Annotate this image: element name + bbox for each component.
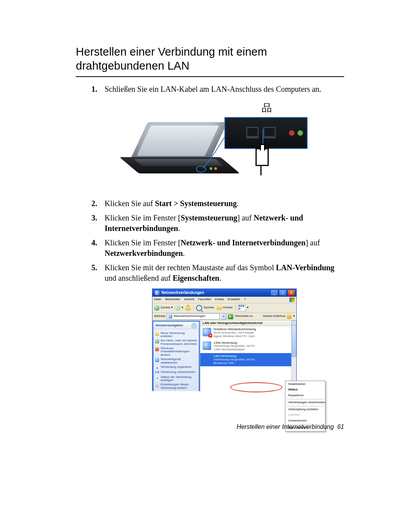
step-4-b1: Netzwerk- und Internetverbindungen — [181, 238, 306, 247]
task-disable-device[interactable]: Netzwerkgerät deaktivieren — [155, 358, 197, 365]
step-1: 1. Schließen Sie ein LAN-Kabel am LAN-An… — [91, 84, 344, 181]
address-dropdown[interactable] — [221, 313, 226, 320]
connection-wlan[interactable]: Drahtlose Netzwerkverbindung Nicht verbu… — [200, 326, 296, 339]
folders-button[interactable]: Ordner — [217, 306, 233, 310]
close-button[interactable]: × — [287, 289, 295, 296]
lan-adapter: Broadcom 440... — [214, 362, 257, 365]
task-status[interactable]: Status der Verbindung anzeigen — [155, 376, 197, 383]
ctx-bridge[interactable]: Verbindungen überbrücken — [286, 400, 325, 406]
connection-1394[interactable]: 1394-Verbindung Verbindung hergestellt, … — [200, 340, 296, 353]
dropdown-icon: ▾ — [171, 306, 173, 310]
up-icon — [186, 305, 191, 311]
dropdown-icon: ▾ — [293, 314, 295, 318]
norton-icon — [287, 314, 292, 319]
collapse-icon[interactable]: ˆ — [191, 323, 197, 329]
task-label: Status der Verbindung anzeigen — [161, 376, 197, 383]
task-label: Einstellungen dieser Verbindung ändern — [161, 383, 197, 390]
go-button[interactable] — [228, 314, 233, 319]
lan-icon — [203, 355, 211, 363]
side-audio-green — [210, 167, 212, 170]
dropdown-icon: ▾ — [247, 306, 248, 310]
tasks-panel-head[interactable]: Netzwerkaufgaben ˆ — [154, 322, 199, 330]
toolbar-separator — [193, 304, 194, 311]
toolbar: Zurück▾ ▾ Suchen Ordner ▾ — [152, 303, 296, 313]
menu-extras[interactable]: Extras — [215, 297, 224, 302]
step-3-mid1: ] auf — [237, 213, 254, 222]
back-button[interactable]: Zurück▾ — [154, 305, 173, 311]
address-icon — [168, 315, 172, 318]
fw-adapter: 1394-Netzwerkadapter — [214, 348, 257, 352]
step-3-num: 3. — [91, 213, 97, 223]
task-label: Neue Verbindung erstellen — [161, 332, 197, 339]
home-network-icon — [155, 339, 159, 343]
up-button[interactable] — [186, 305, 191, 311]
step-2-post: . — [237, 199, 239, 208]
footer-text: Herstellen einer Internetverbindung — [236, 423, 334, 430]
menu-erweitert[interactable]: Erweitert — [228, 297, 240, 302]
task-label: Verbindung umbenennen — [161, 371, 195, 374]
task-label: Ein Heim- oder ein kleines Firmennetzwer… — [161, 339, 197, 346]
step-5-pre: Klicken Sie mit der rechten Maustaste au… — [105, 263, 276, 272]
menu-bearbeiten[interactable]: Bearbeiten — [165, 297, 180, 302]
step-4-b2: Netzwerkverbindungen — [105, 249, 183, 257]
step-4-mid1: ] auf — [306, 238, 320, 247]
step-1-text: Schließen Sie ein LAN-Kabel am LAN-Ansch… — [105, 85, 321, 93]
step-2-pre: Klicken Sie auf — [105, 199, 155, 208]
views-button[interactable]: ▾ — [238, 304, 248, 311]
address-field[interactable]: Netzwerkverbindungen — [167, 313, 220, 320]
laptop-keyboard — [134, 159, 224, 166]
properties-icon — [155, 383, 159, 387]
back-icon — [154, 305, 159, 311]
task-label: Netzwerkgerät deaktivieren — [161, 358, 197, 365]
step-2-num: 2. — [91, 198, 97, 209]
search-button[interactable]: Suchen — [196, 305, 214, 311]
connection-lan[interactable]: LAN-Verbindung Verbindung hergestellt, m… — [200, 353, 296, 366]
side-audio-orange — [214, 167, 217, 170]
ctx-shortcut[interactable]: Verknüpfung erstellen — [286, 407, 325, 413]
forward-icon — [175, 305, 180, 311]
folders-label: Ordner — [223, 306, 233, 310]
task-new-connection[interactable]: Neue Verbindung erstellen — [155, 332, 197, 339]
step-5-post: . — [219, 274, 221, 282]
task-home-network[interactable]: Ein Heim- oder ein kleines Firmennetzwer… — [155, 339, 197, 346]
ctx-deactivate[interactable]: Deaktivieren — [286, 381, 325, 387]
address-value: Netzwerkverbindungen — [173, 314, 205, 318]
window-title: Netzwerkverbindungen — [161, 290, 270, 296]
ctx-status[interactable]: Status — [286, 387, 325, 393]
step-4-pre: Klicken Sie im Fenster [ — [105, 238, 181, 247]
wlan-adapter: Agere Wireless Mini PCI Card — [214, 335, 256, 338]
heading-rule — [76, 76, 344, 77]
window-icon — [155, 290, 159, 295]
step-4-num: 4. — [91, 238, 97, 248]
category-header: LAN oder Hochgeschwindigkeitsinternet — [200, 320, 296, 327]
rename-icon — [155, 371, 159, 375]
port-highlight-circle — [196, 166, 206, 173]
task-rename[interactable]: Verbindung umbenennen — [155, 371, 197, 375]
laptop-screen — [137, 126, 219, 156]
menu-datei[interactable]: Datei — [154, 297, 161, 302]
address-bar: Adresse Netzwerkverbindungen Wechseln zu… — [152, 313, 296, 320]
audio-jack-red — [289, 130, 294, 136]
step-3-pre: Klicken Sie im Fenster [ — [105, 213, 181, 222]
task-properties[interactable]: Einstellungen dieser Verbindung ändern — [155, 383, 197, 390]
ctx-repair[interactable]: Reparieren — [286, 393, 325, 399]
step-5: 5. Klicken Sie mit der rechten Maustaste… — [91, 262, 344, 390]
task-repair[interactable]: Verbindung reparieren — [155, 366, 197, 370]
step-2: 2. Klicken Sie auf Start > Systemsteueru… — [91, 198, 344, 209]
rj45-plug-icon — [256, 148, 269, 166]
toolbar-separator — [235, 304, 236, 311]
forward-button[interactable]: ▾ — [175, 305, 183, 311]
ctx-rename[interactable]: Umbenennen — [286, 418, 325, 424]
menu-help[interactable]: ? — [244, 297, 245, 302]
scroll-thumb[interactable] — [292, 325, 296, 357]
back-label: Zurück — [161, 306, 170, 310]
menu-ansicht[interactable]: Ansicht — [184, 297, 194, 302]
menu-favoriten[interactable]: Favoriten — [198, 297, 211, 302]
search-icon — [196, 305, 202, 311]
search-label: Suchen — [203, 306, 214, 310]
step-3: 3. Klicken Sie im Fenster [Systemsteueru… — [91, 213, 344, 234]
minimize-button[interactable]: _ — [270, 289, 278, 296]
windows-logo-icon — [289, 297, 295, 302]
task-firewall[interactable]: Windows-Firewalleinstellungen ändern — [155, 347, 197, 357]
maximize-button[interactable]: □ — [279, 289, 287, 296]
